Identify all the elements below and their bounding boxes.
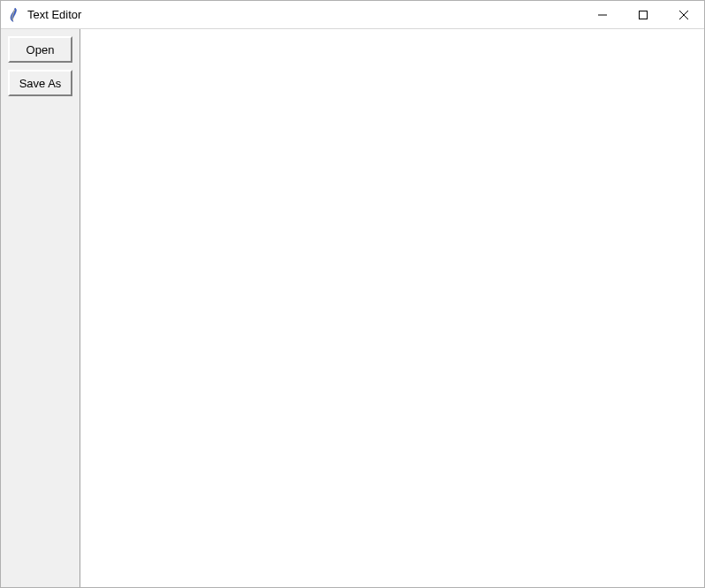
client-area: Open Save As — [1, 29, 704, 587]
minimize-button[interactable] — [582, 1, 623, 28]
open-button[interactable]: Open — [8, 36, 72, 63]
save-as-button[interactable]: Save As — [8, 70, 72, 96]
maximize-icon — [639, 11, 648, 19]
text-editor-area[interactable] — [80, 29, 704, 587]
sidebar: Open Save As — [1, 29, 80, 587]
svg-line-2 — [679, 11, 688, 19]
window-title: Text Editor — [27, 8, 81, 21]
titlebar: Text Editor — [1, 1, 704, 29]
close-icon — [679, 11, 688, 19]
maximize-button[interactable] — [623, 1, 663, 28]
window-controls — [582, 1, 704, 28]
close-button[interactable] — [663, 1, 704, 28]
app-icon — [8, 8, 22, 22]
svg-rect-1 — [640, 11, 648, 19]
minimize-icon — [598, 11, 607, 19]
application-window: Text Editor Open Save — [0, 0, 705, 588]
svg-line-3 — [679, 11, 688, 19]
